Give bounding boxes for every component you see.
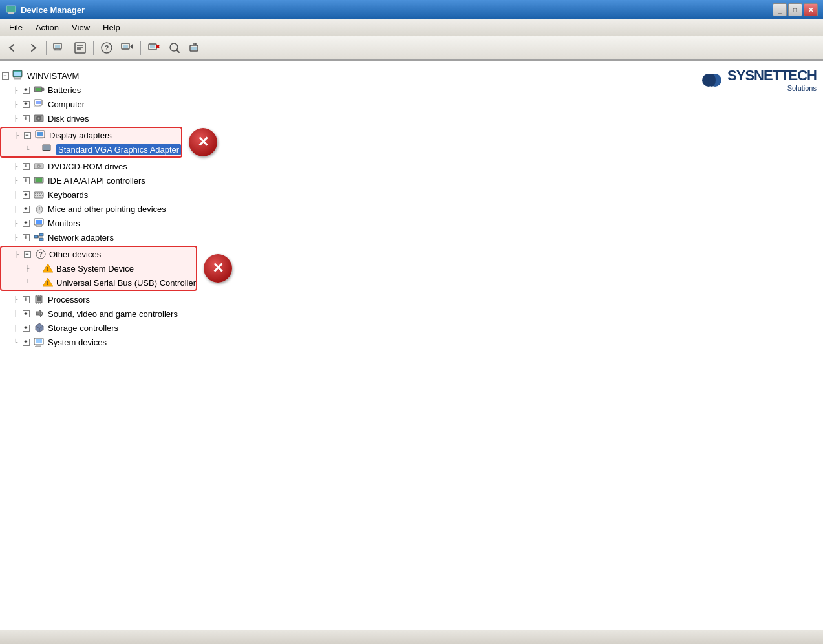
svg-rect-55: [35, 193, 36, 194]
tree-usb[interactable]: └ ! Universal Serial Bus (USB) Controlle…: [1, 275, 196, 290]
back-button[interactable]: [3, 39, 22, 57]
processors-label: Processors: [48, 295, 90, 305]
scan-hardware-button[interactable]: [165, 39, 184, 57]
maximize-button[interactable]: □: [788, 3, 802, 16]
ide-expand[interactable]: +: [23, 177, 30, 184]
other-devices-error-box: ├ − ? Other devices ├: [0, 246, 197, 291]
help-button[interactable]: ?: [97, 39, 116, 57]
tree-system[interactable]: └ + System devices: [0, 335, 823, 349]
keyboards-expand[interactable]: +: [23, 191, 30, 199]
tree-displayadapters[interactable]: ├ − Display adapters: [1, 128, 181, 142]
tree-monitors[interactable]: ├ + Monitors: [0, 216, 823, 230]
root-expand[interactable]: −: [2, 72, 9, 80]
tree-keyboards[interactable]: ├ + Keyboards: [0, 188, 823, 202]
svg-point-50: [38, 166, 39, 167]
tree-ide[interactable]: ├ + IDE ATA/ATAPI controllers: [0, 173, 823, 188]
keyboard-icon: [33, 188, 46, 201]
menu-action[interactable]: Action: [29, 21, 65, 34]
computer-icon: [12, 69, 25, 82]
svg-line-20: [177, 50, 180, 53]
tree-processors[interactable]: ├ + Processors: [0, 292, 823, 306]
tree-network[interactable]: ├ + Network adapters: [0, 230, 823, 244]
svg-rect-94: [35, 346, 41, 347]
svg-rect-1: [8, 12, 14, 14]
svg-rect-51: [34, 177, 43, 183]
svg-rect-70: [34, 235, 38, 238]
device-manager-button[interactable]: [50, 39, 69, 57]
tree-basesystem[interactable]: ├ ! Base System Device: [1, 261, 196, 275]
usb-label: Universal Serial Bus (USB) Controller: [56, 278, 196, 288]
add-legacy-button[interactable]: [186, 39, 205, 57]
svg-marker-89: [36, 310, 41, 317]
svg-rect-69: [36, 226, 42, 227]
title-bar: Device Manager _ □ ✕: [0, 0, 823, 19]
ide-icon: [33, 174, 46, 187]
tree-diskdrives[interactable]: ├ + Disk drives: [0, 111, 823, 125]
sound-expand[interactable]: +: [23, 310, 30, 317]
forward-button[interactable]: [23, 39, 43, 57]
properties-button[interactable]: [70, 39, 90, 57]
tree-storage[interactable]: ├ + Storage controllers: [0, 321, 823, 335]
dvd-icon: [33, 160, 46, 173]
display-adapters-error-box: ├ − Display adapters: [0, 127, 182, 158]
menu-file[interactable]: File: [3, 21, 29, 34]
svg-rect-59: [35, 195, 36, 196]
display-expand[interactable]: −: [24, 132, 31, 139]
tree-dvd[interactable]: ├ + DVD/CD-ROM drives: [0, 159, 823, 173]
update-driver-button[interactable]: [118, 39, 137, 57]
svg-rect-16: [150, 45, 155, 48]
other-label: Other devices: [49, 250, 101, 259]
diskdrives-expand[interactable]: +: [23, 115, 30, 122]
keyboards-label: Keyboards: [48, 190, 88, 200]
monitors-expand[interactable]: +: [23, 220, 30, 227]
menu-view[interactable]: View: [65, 21, 96, 34]
network-expand[interactable]: +: [23, 234, 30, 241]
storage-expand[interactable]: +: [23, 325, 30, 332]
svg-rect-67: [36, 220, 42, 224]
menu-help[interactable]: Help: [96, 21, 127, 34]
tree-root[interactable]: − WINVISTAVM: [0, 69, 823, 83]
storage-icon: [33, 321, 46, 334]
main-content: SYSNETTECH Solutions − WINVISTAVM: [0, 61, 823, 630]
app-icon: [5, 4, 17, 16]
tree-computer[interactable]: ├ + Computer: [0, 97, 823, 111]
svg-rect-30: [15, 77, 20, 78]
sound-label: Sound, video and game controllers: [48, 309, 178, 319]
svg-rect-22: [191, 47, 197, 50]
svg-rect-6: [54, 50, 61, 51]
svg-rect-44: [37, 138, 43, 139]
tree-batteries[interactable]: ├ + Batteries: [0, 83, 823, 97]
processors-expand[interactable]: +: [23, 296, 30, 303]
device-tree: − WINVISTAVM ├ +: [0, 66, 823, 352]
svg-rect-72: [39, 238, 43, 241]
dvd-expand[interactable]: +: [23, 163, 30, 170]
batteries-expand[interactable]: +: [23, 87, 30, 94]
uninstall-button[interactable]: [144, 39, 164, 57]
close-button[interactable]: ✕: [804, 3, 818, 16]
tree-standardvga[interactable]: └ Standard VGA Graphics Adapter: [1, 142, 181, 156]
svg-text:?: ?: [39, 251, 43, 258]
diskdrives-label: Disk drives: [48, 114, 89, 123]
tree-mice[interactable]: ├ + Mice and other pointing devices: [0, 202, 823, 216]
other-expand[interactable]: −: [24, 251, 31, 258]
display-adapters-group: ├ − Display adapters: [0, 125, 823, 159]
display-error-badge: ✕: [189, 128, 217, 156]
svg-rect-52: [36, 178, 42, 180]
tree-sound[interactable]: ├ + Sound, video and game controllers: [0, 306, 823, 321]
svg-rect-93: [36, 345, 41, 346]
system-expand[interactable]: +: [23, 339, 30, 346]
vga-label: Standard VGA Graphics Adapter: [56, 144, 181, 155]
tree-other[interactable]: ├ − ? Other devices: [1, 247, 196, 261]
svg-rect-58: [41, 193, 42, 194]
monitors-label: Monitors: [48, 219, 80, 228]
network-icon: [33, 231, 46, 244]
computer-expand[interactable]: +: [23, 101, 30, 108]
svg-rect-29: [14, 72, 21, 76]
minimize-button[interactable]: _: [773, 3, 787, 16]
ide-label: IDE ATA/ATAPI controllers: [48, 176, 145, 186]
menu-bar: File Action View Help: [0, 19, 823, 36]
mice-expand[interactable]: +: [23, 206, 30, 213]
svg-rect-60: [37, 195, 38, 196]
svg-rect-37: [36, 105, 39, 107]
svg-rect-33: [42, 88, 44, 91]
